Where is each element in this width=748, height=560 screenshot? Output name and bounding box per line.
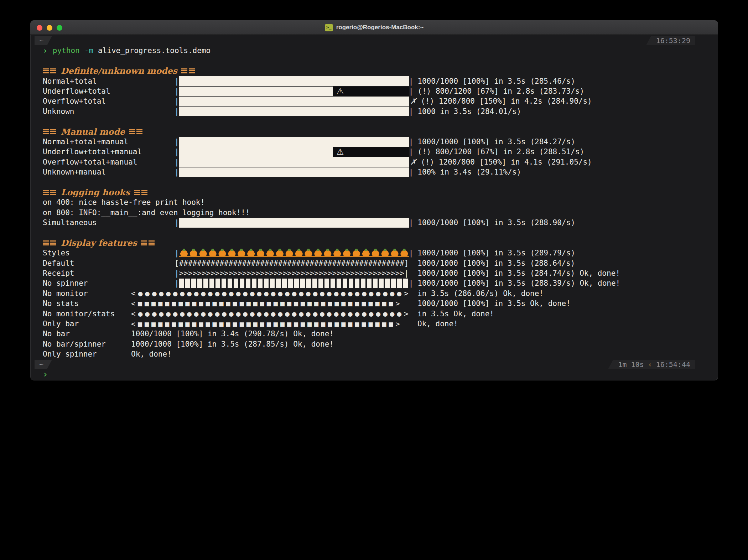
terminal-window: >_ rogerio@Rogerios-MacBook:~ ~ 16:53:29…: [30, 20, 718, 380]
heading-deco-icon: [134, 190, 140, 195]
progress-label: No bar/spinner: [43, 339, 131, 349]
progress-bar: ⚠: [179, 147, 409, 157]
progress-label: Underflow+total+manual: [43, 147, 175, 157]
progress-bar: [179, 97, 409, 106]
prompt-arrow-icon: ›: [43, 46, 48, 56]
progress-bar: [179, 107, 409, 116]
bar-delimiter: |: [409, 86, 414, 96]
pumpkin-bar: [179, 249, 409, 257]
minimize-button[interactable]: [47, 25, 52, 31]
progress-stats: 1000/1000 [100%] in 3.4s (290.78/s) Ok, …: [131, 329, 334, 339]
progress-label: Only spinner: [43, 349, 131, 359]
command-option: -m: [84, 46, 93, 56]
block-bar: [179, 279, 409, 288]
progress-stats: Ok, done!: [417, 319, 458, 329]
heading-deco-icon: [43, 240, 49, 245]
progress-label: Default: [43, 258, 175, 268]
progress-row: Unknown+manual | | 100% in 3.4s (29.11%/…: [43, 167, 711, 177]
progress-stats: (!) 800/1200 [67%] in 2.8s (288.51/s): [417, 147, 584, 157]
window-titlebar[interactable]: >_ rogerio@Rogerios-MacBook:~: [30, 20, 718, 35]
progress-row: Unknown | | 1000 in 3.5s (284.01/s): [43, 107, 711, 116]
chevron-left-icon: ‹: [648, 360, 652, 369]
log-text: on 400: nice hassle-free print hook!: [43, 197, 205, 207]
heading-deco-icon: [43, 129, 49, 134]
progress-bar: [179, 167, 409, 177]
progress-bar-fill: [179, 147, 333, 157]
shell-prompt-line[interactable]: ›: [43, 369, 711, 379]
cwd-tab: ~: [35, 360, 52, 369]
progress-label: Only bar: [43, 319, 131, 329]
progress-row: No monitor <●●●●●●●●●●●●●●●●●●●●●●●●●●●●…: [43, 289, 711, 299]
bar-delimiter: |: [409, 218, 414, 228]
progress-label: Overflow+total+manual: [43, 157, 175, 167]
progress-label: No stats: [43, 299, 131, 308]
warning-icon: ⚠: [337, 87, 344, 95]
dot-bar: <●●●●●●●●●●●●●●●●●●●●●●●●●●●●●●●●●●●●●●>: [131, 289, 413, 299]
heading-deco-icon: [141, 240, 147, 245]
progress-stats: 1000/1000 [100%] in 3.5s (288.39/s) Ok, …: [417, 278, 620, 288]
zoom-button[interactable]: [57, 25, 62, 31]
bar-delimiter: |: [409, 278, 414, 288]
progress-bar-fill: [179, 97, 409, 106]
bar-delimiter: |: [175, 76, 179, 86]
progress-bar: [179, 157, 409, 167]
progress-label: Receipt: [43, 268, 175, 278]
section-heading: Definite/unknown modes: [43, 66, 711, 76]
progress-stats: 1000/1000 [100%] in 3.5s (288.90/s): [417, 218, 575, 228]
clock-time: 16:53:29: [656, 36, 690, 45]
section-title: Manual mode: [61, 127, 125, 137]
bar-delimiter: |: [409, 167, 414, 177]
progress-row: No stats <■■■■■■■■■■■■■■■■■■■■■■■■■■■■■■…: [43, 299, 711, 308]
progress-row: Overflow+total+manual | ✗ (!) 1200/800 […: [43, 157, 711, 167]
progress-stats: Ok, done!: [131, 349, 172, 359]
bar-delimiter: |: [175, 278, 179, 288]
terminal-icon: >_: [325, 24, 333, 31]
progress-bar-fill: [179, 167, 409, 177]
section-title: Definite/unknown modes: [61, 66, 177, 76]
blank-line: [43, 177, 711, 187]
progress-bar: ⚠: [179, 87, 409, 96]
duration-clock-badge: 1m 10s ‹ 16:54:44: [608, 360, 695, 369]
heading-deco-icon: [50, 190, 56, 195]
section-heading: Manual mode: [43, 127, 711, 137]
square-bar: <■■■■■■■■■■■■■■■■■■■■■■■■■■■■■■■■■■■■■■>: [131, 299, 413, 308]
bar-delimiter: |: [175, 86, 179, 96]
progress-stats: (!) 1200/800 [150%] in 4.1s (291.05/s): [421, 157, 592, 167]
bar-delimiter: |: [409, 248, 414, 258]
prompt-status-line: ~ 1m 10s ‹ 16:54:44: [43, 359, 711, 369]
progress-stats: 1000/1000 [100%] in 3.5s Ok, done!: [417, 299, 571, 308]
progress-bar-fill: [179, 87, 333, 96]
progress-row: Overflow+total | ✗ (!) 1200/800 [150%] i…: [43, 96, 711, 106]
log-line: on 400: nice hassle-free print hook!: [43, 197, 711, 207]
heading-deco-icon: [181, 68, 187, 73]
progress-label: Simultaneous: [43, 218, 175, 228]
progress-stats: 1000/1000 [100%] in 3.5s (284.27/s): [417, 137, 575, 147]
heading-deco-icon: [189, 68, 195, 73]
window-title: rogerio@Rogerios-MacBook:~: [336, 24, 424, 31]
progress-label: Unknown: [43, 107, 175, 116]
arrow-bar: |>>>>>>>>>>>>>>>>>>>>>>>>>>>>>>>>>>>>>>>…: [175, 268, 413, 278]
bar-delimiter: |: [175, 167, 179, 177]
heading-deco-icon: [136, 129, 142, 134]
blank-line: [43, 116, 711, 126]
heading-deco-icon: [129, 129, 135, 134]
progress-label: Overflow+total: [43, 96, 175, 106]
close-button[interactable]: [37, 25, 42, 31]
progress-row: No bar/spinner 1000/1000 [100%] in 3.5s …: [43, 339, 711, 349]
progress-stats: in 3.5s Ok, done!: [417, 309, 494, 319]
heading-deco-icon: [149, 240, 155, 245]
section-heading: Display features: [43, 238, 711, 248]
section-heading: Logging hooks: [43, 187, 711, 197]
heading-deco-icon: [43, 190, 49, 195]
blank-line: [43, 56, 711, 66]
command-program: python: [53, 46, 80, 56]
hash-bar: [#######################################…: [175, 258, 413, 268]
progress-label: Unknown+manual: [43, 167, 175, 177]
blank-line: [43, 228, 711, 238]
section-title: Logging hooks: [61, 187, 130, 197]
progress-stats: 1000/1000 [100%] in 3.5s (288.64/s): [417, 258, 575, 268]
progress-stats: (!) 1200/800 [150%] in 4.2s (284.90/s): [421, 96, 592, 106]
terminal-screen[interactable]: ~ 16:53:29 › python -m alive_progress.to…: [30, 35, 718, 379]
progress-label: No bar: [43, 329, 131, 339]
progress-label: No monitor/stats: [43, 309, 131, 319]
